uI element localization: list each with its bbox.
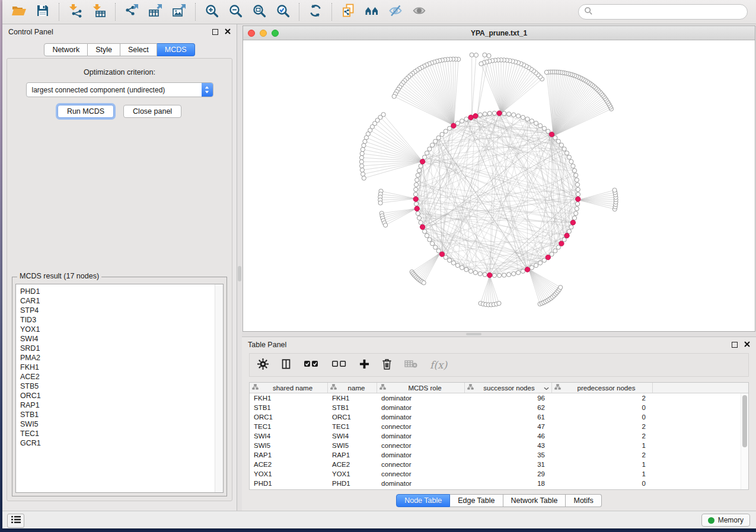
- mcds-result-list[interactable]: PHD1CAR1STP4TID3YOX1SWI4SRD1PMA2FKH1ACE2…: [15, 284, 224, 493]
- delete-column-button[interactable]: [382, 358, 392, 372]
- duplicate-network-button[interactable]: [336, 1, 360, 23]
- mcds-result-node[interactable]: SRD1: [16, 344, 223, 353]
- table-cell: ORC1: [250, 414, 328, 421]
- network-titlebar[interactable]: YPA_prune.txt_1: [243, 26, 755, 40]
- mcds-result-node[interactable]: PMA2: [16, 353, 223, 363]
- network-canvas[interactable]: [243, 40, 755, 331]
- mcds-result-node[interactable]: FKH1: [16, 363, 223, 372]
- main-view-region: YPA_prune.txt_1 Table Panel: [242, 24, 756, 511]
- open-file-button[interactable]: [7, 1, 31, 23]
- create-column-button[interactable]: [359, 359, 369, 371]
- table-scrollbar-thumb[interactable]: [742, 395, 747, 447]
- mcds-result-node[interactable]: ORC1: [16, 391, 223, 400]
- table-row[interactable]: FKH1FKH1dominator962: [250, 393, 748, 403]
- network-graph[interactable]: [243, 40, 755, 331]
- window-zoom-button[interactable]: [272, 30, 279, 37]
- column-header-predecessor-nodes[interactable]: predecessor nodes: [552, 383, 653, 393]
- refresh-view-button[interactable]: [304, 1, 327, 23]
- table-row[interactable]: SWI5SWI5connector431: [250, 441, 748, 450]
- mcds-result-node[interactable]: YOX1: [16, 325, 223, 334]
- table-cell: 62: [465, 404, 552, 411]
- task-history-button[interactable]: [7, 514, 24, 528]
- criterion-dropdown[interactable]: largest connected component (undirected): [26, 82, 213, 97]
- tab-network[interactable]: Network: [44, 43, 88, 56]
- table-row[interactable]: SWI4SWI4dominator462: [250, 431, 748, 441]
- mcds-result-node[interactable]: SWI5: [16, 419, 223, 429]
- run-mcds-button[interactable]: Run MCDS: [58, 105, 114, 118]
- zoom-selected-button[interactable]: [271, 1, 295, 23]
- vertical-splitter-grip[interactable]: [238, 266, 241, 281]
- float-panel-icon[interactable]: [732, 342, 738, 348]
- mcds-list-scrollbar[interactable]: [215, 284, 223, 492]
- mcds-result-node[interactable]: GCR1: [16, 438, 223, 448]
- window-minimize-button[interactable]: [260, 30, 267, 37]
- column-header-name[interactable]: name: [328, 383, 377, 393]
- select-all-rows-button[interactable]: [304, 360, 319, 370]
- zoom-in-button[interactable]: [200, 1, 224, 23]
- mcds-result-node[interactable]: SWI4: [16, 334, 223, 344]
- import-table-button[interactable]: [87, 1, 111, 23]
- tab-style[interactable]: Style: [88, 43, 120, 56]
- tab-select[interactable]: Select: [120, 43, 157, 56]
- horizontal-splitter-grip[interactable]: [466, 333, 481, 335]
- table-cell: 2: [552, 451, 653, 459]
- tab-edge-table[interactable]: Edge Table: [450, 494, 503, 507]
- table-row[interactable]: PHD1PHD1dominator180: [250, 479, 748, 488]
- column-header-successor-nodes[interactable]: successor nodes: [465, 383, 552, 393]
- mcds-result-node[interactable]: TEC1: [16, 429, 223, 438]
- mcds-result-node[interactable]: CAR1: [16, 296, 223, 306]
- close-panel-button[interactable]: Close panel: [123, 105, 181, 118]
- float-panel-icon[interactable]: [212, 29, 218, 35]
- table-settings-button[interactable]: [257, 358, 269, 372]
- mcds-result-node[interactable]: TID3: [16, 315, 223, 325]
- mcds-result-node[interactable]: STB5: [16, 382, 223, 391]
- mcds-result-node[interactable]: STP4: [16, 306, 223, 315]
- zoom-fit-button[interactable]: [247, 1, 271, 23]
- first-neighbors-button[interactable]: [360, 1, 384, 23]
- mcds-result-node[interactable]: PHD1: [16, 287, 223, 296]
- table-row[interactable]: ACE2ACE2connector311: [250, 460, 748, 469]
- memory-label: Memory: [718, 516, 744, 524]
- window-close-button[interactable]: [248, 30, 255, 37]
- memory-button[interactable]: Memory: [701, 514, 750, 527]
- export-table-button[interactable]: [143, 1, 167, 23]
- import-network-button[interactable]: [63, 1, 87, 23]
- tab-node-table[interactable]: Node Table: [396, 494, 450, 507]
- save-session-button[interactable]: [31, 1, 55, 23]
- close-panel-icon[interactable]: [225, 28, 231, 36]
- table-row[interactable]: RAP1RAP1dominator352: [250, 450, 748, 460]
- table-row[interactable]: STB1STB1dominator620: [250, 403, 748, 412]
- tab-motifs[interactable]: Motifs: [566, 494, 601, 507]
- show-columns-button[interactable]: [281, 358, 291, 372]
- mcds-result-node[interactable]: RAP1: [16, 400, 223, 410]
- tab-network-table[interactable]: Network Table: [503, 494, 566, 507]
- table-scrollbar[interactable]: [741, 393, 748, 489]
- table-row[interactable]: YOX1YOX1connector291: [250, 469, 748, 479]
- mcds-result-node[interactable]: STB1: [16, 410, 223, 419]
- function-builder-button[interactable]: f(x): [430, 359, 447, 371]
- table-cell: 46: [465, 432, 552, 440]
- table-cell: SWI4: [328, 432, 377, 440]
- column-header-shared-name[interactable]: shared name: [250, 383, 328, 393]
- hide-selected-button[interactable]: [384, 1, 407, 23]
- tab-mcds[interactable]: MCDS: [157, 43, 195, 56]
- table-cell: 18: [465, 480, 552, 487]
- search-input[interactable]: [596, 7, 742, 17]
- zoom-out-button[interactable]: [224, 1, 247, 23]
- table-row[interactable]: ORC1ORC1dominator610: [250, 412, 748, 422]
- vertical-splitter[interactable]: [237, 24, 242, 511]
- dropdown-stepper-icon[interactable]: [202, 83, 213, 97]
- show-all-button[interactable]: [407, 1, 431, 23]
- mcds-result-node[interactable]: ACE2: [16, 372, 223, 382]
- search-box[interactable]: [578, 4, 748, 20]
- export-image-button[interactable]: [167, 1, 191, 23]
- export-network-button[interactable]: [120, 1, 143, 23]
- column-header-MCDS-role[interactable]: MCDS role: [377, 383, 465, 393]
- deselect-all-rows-button[interactable]: [331, 360, 347, 370]
- horizontal-splitter[interactable]: [242, 332, 756, 336]
- delete-table-button[interactable]: [404, 360, 417, 370]
- close-panel-icon[interactable]: [744, 341, 750, 349]
- table-cell: TEC1: [328, 423, 377, 430]
- table-row[interactable]: TEC1TEC1connector472: [250, 422, 748, 431]
- list-icon: [11, 515, 21, 526]
